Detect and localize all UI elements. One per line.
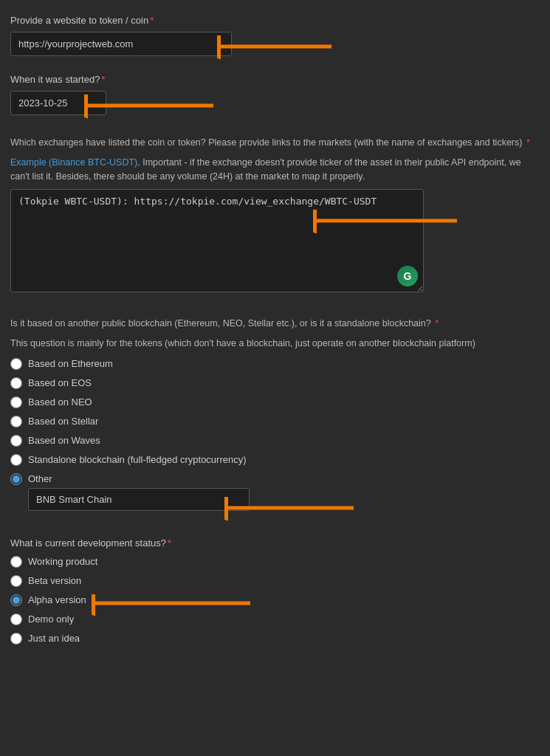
website-required: * bbox=[150, 15, 154, 26]
radio-working[interactable] bbox=[10, 556, 22, 568]
radio-item-demo[interactable]: Demo only bbox=[10, 614, 540, 625]
radio-item-other[interactable]: Other bbox=[10, 473, 540, 485]
radio-standalone[interactable] bbox=[10, 454, 22, 466]
dev-status-label: What is current development status?* bbox=[10, 537, 540, 549]
radio-waves[interactable] bbox=[10, 435, 22, 447]
dev-status-radio-group: Working product Beta version Alpha versi… bbox=[10, 556, 540, 645]
alpha-option-wrapper: Alpha version bbox=[10, 594, 540, 606]
radio-label-stellar: Based on Stellar bbox=[28, 416, 98, 427]
exchanges-required: * bbox=[523, 137, 529, 148]
website-section: Provide a website to token / coin* bbox=[10, 15, 540, 56]
radio-label-waves: Based on Waves bbox=[28, 435, 100, 446]
started-required: * bbox=[101, 74, 105, 85]
exchanges-description: Example (Binance BTC-USDT). Important - … bbox=[10, 156, 540, 184]
blockchain-section: Is it based on another public blockchain… bbox=[10, 317, 540, 511]
exchanges-textarea-wrapper: (Tokpie WBTC-USDT): https://tokpie.com/v… bbox=[10, 189, 424, 292]
website-label-text: Provide a website to token / coin bbox=[10, 15, 148, 26]
dev-status-label-text: What is current development status? bbox=[10, 537, 166, 549]
radio-item-stellar[interactable]: Based on Stellar bbox=[10, 416, 540, 427]
radio-item-beta[interactable]: Beta version bbox=[10, 575, 540, 587]
radio-eos[interactable] bbox=[10, 377, 22, 389]
website-input[interactable] bbox=[10, 32, 232, 56]
radio-label-ethereum: Based on Ethereum bbox=[28, 358, 113, 369]
radio-idea[interactable] bbox=[10, 633, 22, 645]
exchanges-label: Which exchanges have listed the coin or … bbox=[10, 136, 540, 150]
dev-status-section: What is current development status?* Wor… bbox=[10, 537, 540, 645]
started-input[interactable] bbox=[10, 91, 106, 115]
dev-status-required: * bbox=[168, 537, 171, 549]
radio-label-neo: Based on NEO bbox=[28, 396, 92, 408]
radio-label-standalone: Standalone blockchain (full-fledged cryp… bbox=[28, 454, 247, 465]
radio-alpha[interactable] bbox=[10, 594, 22, 606]
radio-item-working[interactable]: Working product bbox=[10, 556, 540, 568]
exchanges-section: Which exchanges have listed the coin or … bbox=[10, 136, 540, 295]
radio-stellar[interactable] bbox=[10, 416, 22, 427]
started-label-text: When it was started? bbox=[10, 74, 100, 85]
website-label: Provide a website to token / coin* bbox=[10, 15, 540, 26]
blockchain-radio-group: Based on Ethereum Based on EOS Based on … bbox=[10, 358, 540, 511]
exchanges-textarea[interactable]: (Tokpie WBTC-USDT): https://tokpie.com/v… bbox=[10, 189, 424, 292]
radio-label-demo: Demo only bbox=[28, 614, 74, 625]
radio-neo[interactable] bbox=[10, 396, 22, 408]
radio-other[interactable] bbox=[10, 473, 22, 485]
radio-label-other: Other bbox=[28, 473, 52, 484]
radio-label-eos: Based on EOS bbox=[28, 377, 92, 388]
started-label: When it was started?* bbox=[10, 74, 540, 85]
radio-item-eos[interactable]: Based on EOS bbox=[10, 377, 540, 389]
exchanges-label-text: Which exchanges have listed the coin or … bbox=[10, 137, 522, 148]
radio-ethereum[interactable] bbox=[10, 358, 22, 370]
arrow-website bbox=[217, 35, 335, 72]
radio-demo[interactable] bbox=[10, 614, 22, 625]
radio-beta[interactable] bbox=[10, 575, 22, 587]
radio-item-waves[interactable]: Based on Waves bbox=[10, 435, 540, 447]
blockchain-description: This question is mainly for the tokens (… bbox=[10, 337, 540, 351]
radio-label-alpha: Alpha version bbox=[28, 594, 86, 605]
radio-item-ethereum[interactable]: Based on Ethereum bbox=[10, 358, 540, 370]
radio-item-neo[interactable]: Based on NEO bbox=[10, 396, 540, 408]
radio-item-idea[interactable]: Just an idea bbox=[10, 633, 540, 645]
radio-label-beta: Beta version bbox=[28, 575, 81, 586]
radio-item-standalone[interactable]: Standalone blockchain (full-fledged cryp… bbox=[10, 454, 540, 466]
radio-item-alpha[interactable]: Alpha version bbox=[10, 594, 540, 606]
blockchain-label-text: Is it based on another public blockchain… bbox=[10, 318, 431, 329]
blockchain-required: * bbox=[433, 318, 439, 329]
radio-label-idea: Just an idea bbox=[28, 633, 80, 644]
radio-label-working: Working product bbox=[28, 556, 97, 567]
other-blockchain-input[interactable] bbox=[28, 488, 250, 511]
blockchain-desc-text: This question is mainly for the tokens (… bbox=[10, 338, 475, 348]
other-option-wrapper: Other bbox=[10, 473, 540, 511]
started-section: When it was started?* bbox=[10, 74, 540, 115]
blockchain-label: Is it based on another public blockchain… bbox=[10, 317, 540, 331]
exchanges-example-link[interactable]: Example (Binance BTC-USDT) bbox=[10, 157, 137, 168]
